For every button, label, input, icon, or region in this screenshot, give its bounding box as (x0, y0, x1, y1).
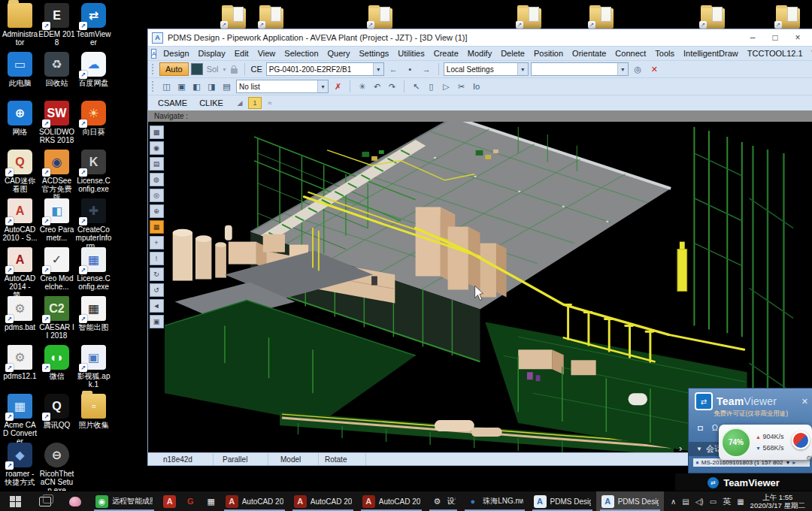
view-tool-icon[interactable]: ◍ (150, 173, 164, 186)
menu-item[interactable]: Modify (463, 49, 496, 58)
ce-combobox[interactable]: PG-0401-200-E2RF2/B1 ▾ (266, 62, 384, 76)
start-button[interactable] (0, 491, 30, 511)
settings-combobox[interactable]: Local Settings ▾ (444, 62, 529, 76)
desktop-icon[interactable]: ☀ ↗ 向日葵 (75, 101, 112, 150)
taskbar-app-button[interactable]: A (158, 491, 179, 511)
desktop-icon[interactable]: ▭ ↗ 此电脑 (2, 52, 38, 101)
toolbar-icon[interactable]: ▯ (424, 80, 438, 94)
desktop-icon[interactable]: ▦ ↗ 智能出图 (75, 296, 112, 345)
desktop-icon[interactable]: A ↗ AutoCAD 2014 - 简... (2, 247, 38, 296)
close-search-icon[interactable]: ✕ (647, 62, 662, 77)
menu-item[interactable]: Display (194, 49, 230, 58)
top-folder-icon[interactable]: ↗ (258, 5, 285, 29)
pinned-app-button[interactable] (60, 491, 90, 511)
menu-item[interactable]: Query (323, 49, 355, 58)
auto-button[interactable]: Auto (159, 62, 189, 76)
menu-item[interactable]: Window (807, 49, 812, 58)
top-folder-icon[interactable]: ↗ (774, 5, 801, 29)
top-folder-icon[interactable]: ↗ (699, 5, 726, 29)
close-icon[interactable]: ✕ (801, 397, 808, 407)
toolbar-grip[interactable] (152, 81, 156, 92)
taskbar-app-button[interactable]: ◉ 远程智能成图, ... (90, 491, 158, 511)
view-tool-icon[interactable]: + (150, 236, 164, 249)
desktop-icon[interactable]: C2 ↗ CAESAR II 2018 (38, 296, 75, 345)
desktop-icon[interactable]: ◧ ↗ Creo Parametr... (38, 198, 75, 247)
menu-item[interactable]: Settings (355, 49, 394, 58)
ime-indicator[interactable]: 英 (723, 496, 731, 507)
teamviewer-tool-icon[interactable]: ◘ (698, 423, 703, 433)
taskbar-app-button[interactable]: ▦ (199, 491, 220, 511)
tray-chevron-icon[interactable]: ∧ (671, 497, 676, 506)
mdi-document-icon[interactable]: A (151, 49, 156, 59)
csame-button[interactable]: CSAME (153, 97, 192, 109)
top-folder-icon[interactable]: ↗ (516, 5, 543, 29)
menu-item[interactable]: Position (529, 49, 568, 58)
delete-list-icon[interactable]: ✗ (331, 80, 345, 94)
teamviewer-tool-icon[interactable]: Ω (712, 423, 718, 433)
chevron-down-icon[interactable]: ▾ (617, 63, 628, 75)
pml-icon[interactable]: ◢ (233, 97, 247, 109)
maximize-button[interactable]: □ (764, 32, 786, 43)
chevron-down-icon[interactable]: ▾ (517, 63, 528, 75)
desktop-icon[interactable]: ✓ ↗ Creo Modelche... (38, 247, 75, 296)
view-tool-icon[interactable]: ! (150, 252, 164, 265)
volume-icon[interactable]: ◁) (695, 497, 704, 506)
taskbar-app-button[interactable]: A AutoCAD 2010... (220, 491, 289, 511)
desktop-icon[interactable]: ◖◗ ↗ 微信 (38, 345, 75, 394)
touch-keyboard-icon[interactable]: ▦ (737, 497, 744, 506)
toolbar-icon[interactable]: ✂ (454, 80, 468, 94)
top-folder-icon[interactable]: ↗ (220, 5, 247, 29)
lock-icon[interactable] (231, 68, 238, 74)
toolbar-icon[interactable]: ▣ (174, 80, 189, 94)
toolbar-icon[interactable]: ↶ (370, 80, 384, 94)
clike-button[interactable]: CLIKE (194, 97, 229, 109)
view-tool-icon[interactable]: ▦ (150, 220, 164, 234)
taskbar-app-button[interactable]: ● 珠海LNG.nwd ... (461, 491, 528, 511)
search-combobox[interactable]: ▾ (531, 62, 629, 76)
menu-item[interactable]: TCCTOOL12.1 (743, 49, 807, 58)
task-view-button[interactable] (30, 491, 60, 511)
view-tool-icon[interactable]: ◎ (150, 189, 164, 202)
menu-item[interactable]: Edit (230, 49, 253, 58)
taskbar-app-button[interactable]: A PDMS Design ... (596, 491, 664, 511)
view-tool-icon[interactable]: ▣ (150, 315, 164, 328)
desktop-icon[interactable]: E ↗ EDEM 2018 (38, 3, 75, 52)
toolbar-icon[interactable]: ▤ (220, 80, 234, 94)
menu-item[interactable]: Design (159, 49, 193, 58)
desktop-icon[interactable]: ☁ ↗ 百度网盘 (75, 52, 112, 101)
nav-dot-button[interactable]: ▪ (403, 62, 417, 77)
desktop-icon[interactable]: ⊕ ↗ 网络 (2, 101, 38, 150)
nav-forward-button[interactable]: → (420, 62, 434, 77)
color-swatch[interactable] (191, 63, 203, 75)
desktop-icon[interactable]: ⚙ ↗ pdms.bat (2, 296, 38, 345)
desktop-icon[interactable]: K ↗ License.Config.exe (75, 150, 112, 198)
title-bar[interactable]: A PDMS Design - Pipework Application - A… (148, 29, 812, 46)
menu-item[interactable]: Tools (650, 49, 679, 58)
chevron-down-icon[interactable]: ▾ (317, 80, 328, 92)
menu-item[interactable]: Selection (280, 49, 323, 58)
tray-app-icon[interactable]: ▤ (682, 497, 689, 506)
pml-icon[interactable]: 1 (248, 97, 262, 109)
desktop-icon[interactable]: Q ↗ 腾讯QQ (38, 394, 75, 443)
toolbar-icon[interactable]: ↷ (385, 80, 399, 94)
toolbar-icon[interactable]: ▷ (439, 80, 453, 94)
caret-down-icon[interactable]: ▼ (785, 460, 790, 465)
chevron-down-icon[interactable]: ▾ (373, 63, 383, 75)
desktop-icon[interactable]: ✚ ↗ CreateComputerInform... (75, 198, 112, 247)
taskbar-app-button[interactable]: G (179, 491, 200, 511)
desktop-icon[interactable]: SW ↗ SOLIDWORKS 2018 (38, 101, 75, 150)
menu-item[interactable]: Utilities (393, 49, 429, 58)
menu-item[interactable]: Connect (611, 49, 650, 58)
view-tool-icon[interactable]: ↺ (150, 283, 164, 297)
panel-expand-chevron[interactable]: › (679, 443, 682, 454)
toolbar-icon[interactable]: ◫ (159, 80, 174, 94)
toolbar-grip[interactable] (152, 64, 156, 74)
menu-item[interactable]: IntelligentDraw (679, 49, 743, 58)
desktop-icon[interactable]: ◉ ↗ ACDSee 官方免费版 (38, 150, 75, 198)
top-folder-icon[interactable]: ↗ (367, 5, 394, 29)
desktop-icon[interactable]: ▦ ↗ License.Config.exe (75, 247, 112, 296)
desktop-icon[interactable]: A ↗ AutoCAD 2010 - S... (2, 198, 38, 247)
toolbar-icon[interactable]: ✳ (355, 80, 369, 94)
list-combobox[interactable]: No list ▾ (236, 80, 329, 93)
view-tool-icon[interactable]: ▩ (150, 125, 164, 139)
